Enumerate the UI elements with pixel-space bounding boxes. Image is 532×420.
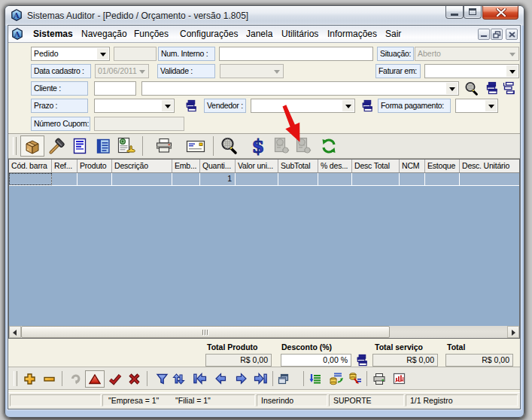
menu-item-utilitarios[interactable]: Utilitários (281, 26, 318, 42)
grid-cell-emb[interactable] (172, 173, 200, 186)
grid-cell-quantidade[interactable]: 1 (200, 173, 236, 186)
grid-cell-ncm[interactable] (400, 173, 425, 186)
currency-dollar-icon[interactable]: $ $ (249, 136, 267, 156)
minimize-button[interactable] (445, 6, 464, 19)
navbar-separator (62, 371, 62, 386)
mdi-close-button[interactable] (506, 29, 518, 40)
cliente-search-icon[interactable] (464, 81, 479, 96)
document-approve-icon[interactable] (116, 137, 135, 155)
data-cadastro-picker: 01/06/2011 (95, 64, 149, 78)
grid-column-ncm[interactable]: NCM (400, 160, 425, 172)
vendedor-windows-stack-icon[interactable] (360, 99, 373, 112)
mdi-restore-button[interactable] (491, 29, 503, 40)
svg-text:A: A (14, 30, 20, 38)
menu-item-sistemas[interactable]: Sistemas (33, 26, 73, 42)
last-record-icon[interactable] (253, 372, 269, 385)
add-record-icon[interactable] (23, 373, 36, 385)
total-label: Total (447, 342, 465, 352)
grid-header-row: Cód. barra Ref... Produto Descrição Emb.… (9, 160, 519, 173)
maximize-button[interactable] (464, 6, 482, 19)
mdi-minimize-button[interactable] (478, 29, 490, 40)
grid-window-icon[interactable] (277, 373, 290, 385)
prazo-combobox[interactable] (94, 99, 175, 113)
grid-column-desc-unitario[interactable]: Desc. Unitário (460, 160, 519, 172)
grid-cell-produto[interactable] (78, 173, 112, 186)
menu-item-sair[interactable]: Sair (385, 26, 401, 42)
envelope-card-icon[interactable] (186, 138, 205, 154)
copy-rows-icon[interactable] (329, 372, 343, 385)
desconto-windows-stack-icon[interactable] (355, 354, 368, 367)
scroll-left-button[interactable] (9, 326, 21, 338)
scroll-right-button[interactable] (507, 326, 519, 338)
document-lines-icon[interactable] (71, 137, 89, 155)
menu-item-navegacao[interactable]: Navegação (81, 26, 127, 42)
import-list-icon[interactable] (309, 373, 322, 385)
confirm-icon[interactable] (108, 373, 122, 385)
navbar-separator (272, 371, 273, 386)
next-record-icon[interactable] (233, 372, 249, 385)
cliente-windows-tile-icon[interactable] (502, 81, 515, 95)
grid-row[interactable]: 1 (9, 173, 519, 186)
hammer-icon[interactable] (48, 137, 66, 155)
grid-column-perc-desconto[interactable]: % des... (318, 160, 352, 172)
move-rows-icon[interactable] (348, 372, 362, 385)
grid-cell-estoque[interactable] (425, 173, 460, 186)
cancel-icon[interactable] (128, 373, 141, 385)
document-blue-icon[interactable] (94, 137, 112, 155)
filter-icon[interactable] (156, 373, 169, 385)
tipo-documento-combobox[interactable]: Pedido (31, 47, 110, 61)
grid-column-cod-barra[interactable]: Cód. barra (9, 160, 52, 172)
mdi-child-icon[interactable]: A (11, 28, 23, 40)
cliente-windows-stack-icon[interactable] (485, 81, 498, 95)
navbar-gripper[interactable] (14, 371, 17, 386)
grid-cell-descricao[interactable] (112, 173, 172, 186)
grid-horizontal-scrollbar[interactable] (9, 326, 519, 338)
prazo-windows-stack-icon[interactable] (184, 99, 197, 112)
grid-column-emb[interactable]: Emb... (172, 160, 200, 172)
grid-column-produto[interactable]: Produto (78, 160, 112, 172)
cliente-codigo-input[interactable] (94, 81, 136, 96)
scroll-thumb[interactable] (21, 326, 390, 338)
forma-pagamento-combobox[interactable] (455, 99, 498, 113)
grid-cell-valor-unitario[interactable] (236, 173, 278, 186)
delete-record-icon[interactable] (43, 373, 56, 385)
first-record-icon[interactable] (192, 372, 208, 385)
cliente-combobox[interactable] (141, 81, 459, 96)
edit-record-button[interactable] (85, 370, 105, 388)
num-interno-input[interactable] (219, 47, 373, 61)
grid-column-desc-total[interactable]: Desc Total (352, 160, 400, 172)
menu-item-funcoes[interactable]: Funções (134, 26, 169, 42)
desconto-input[interactable]: 0,00 % (281, 354, 351, 367)
menu-item-configuracoes[interactable]: Configurações (180, 26, 238, 42)
application-window: A Sistemas Auditor - [Pedido / Orçamento… (5, 5, 524, 418)
title-bar[interactable]: A Sistemas Auditor - [Pedido / Orçamento… (5, 6, 524, 26)
grid-column-subtotal[interactable]: SubTotal (278, 160, 318, 172)
menu-item-janela[interactable]: Janela (246, 26, 272, 42)
grid-column-ref[interactable]: Ref... (52, 160, 78, 172)
grid-column-descricao[interactable]: Descrição (112, 160, 172, 172)
grid-cell-ref[interactable] (52, 173, 78, 186)
toolbar-gripper[interactable] (13, 137, 17, 155)
grid-column-valor-unitario[interactable]: Valor uni... (236, 160, 278, 172)
print-grid-icon[interactable] (372, 373, 386, 385)
package-button[interactable] (20, 135, 44, 157)
grid-cell-subtotal[interactable] (278, 173, 318, 186)
desconto-label: Desconto (%) (281, 342, 332, 352)
previous-record-icon[interactable] (213, 372, 229, 385)
grid-cell-desc-unitario[interactable] (460, 173, 519, 186)
sort-icon[interactable] (172, 373, 185, 385)
grid-column-estoque[interactable]: Estoque (425, 160, 460, 172)
menu-item-informacoes[interactable]: Informações (327, 26, 377, 42)
vendedor-label: Vendedor : (204, 99, 246, 113)
chart-icon[interactable] (393, 373, 406, 385)
refresh-green-icon[interactable] (320, 137, 338, 155)
prazo-label: Prazo : (31, 99, 88, 113)
grid-cell-desc-total[interactable] (352, 173, 400, 186)
print-icon[interactable] (154, 137, 174, 155)
grid-cell-perc-desconto[interactable] (318, 173, 352, 186)
close-button[interactable] (482, 6, 518, 20)
faturar-em-combobox[interactable] (424, 64, 519, 78)
grid-column-quantidade[interactable]: Quanti... (200, 160, 236, 172)
scroll-left-icon (13, 330, 17, 336)
search-icon[interactable] (220, 137, 239, 155)
